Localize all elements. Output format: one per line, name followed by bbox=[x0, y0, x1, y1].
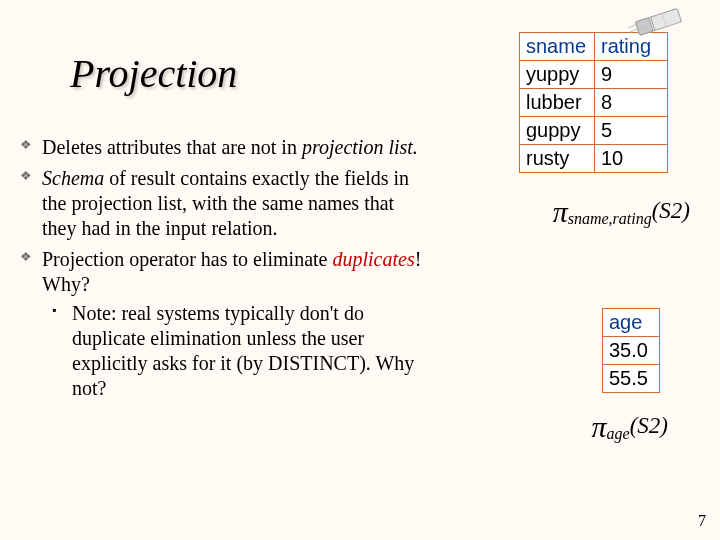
projection-table-sname-rating: sname rating yuppy 9 lubber 8 guppy 5 ru… bbox=[519, 32, 668, 173]
table-header-row: age bbox=[603, 309, 660, 337]
cell: yuppy bbox=[519, 61, 594, 89]
bullet-2: Schema of result contains exactly the fi… bbox=[42, 166, 430, 241]
table-header-row: sname rating bbox=[519, 33, 667, 61]
table-row: rusty 10 bbox=[519, 145, 667, 173]
cell: 9 bbox=[595, 61, 668, 89]
pi-symbol: π bbox=[553, 195, 568, 228]
text: Note: real systems typically don't do du… bbox=[72, 302, 414, 399]
formula-pi-age: πage(S2) bbox=[592, 410, 668, 444]
formula-arg: (S2) bbox=[630, 413, 668, 438]
cell: 55.5 bbox=[603, 365, 660, 393]
slide-title: Projection bbox=[70, 50, 237, 97]
formula-arg: (S2) bbox=[652, 198, 690, 223]
table-row: 55.5 bbox=[603, 365, 660, 393]
text-duplicates: duplicates bbox=[332, 248, 414, 270]
cell: 5 bbox=[595, 117, 668, 145]
formula-pi-sname-rating: πsname,rating(S2) bbox=[553, 195, 690, 229]
projection-table-age: age 35.0 55.5 bbox=[602, 308, 660, 393]
bullet-1: Deletes attributes that are not in proje… bbox=[42, 135, 430, 160]
svg-line-2 bbox=[651, 17, 655, 30]
col-header: age bbox=[603, 309, 660, 337]
table-row: lubber 8 bbox=[519, 89, 667, 117]
cell: rusty bbox=[519, 145, 594, 173]
bullet-3: Projection operator has to eliminate dup… bbox=[42, 247, 430, 401]
table-row: guppy 5 bbox=[519, 117, 667, 145]
pi-symbol: π bbox=[592, 410, 607, 443]
sub-bullet-1: Note: real systems typically don't do du… bbox=[72, 301, 430, 401]
svg-line-3 bbox=[662, 13, 666, 26]
text-italic: projection list. bbox=[302, 136, 418, 158]
cell: 10 bbox=[595, 145, 668, 173]
bullet-list: Deletes attributes that are not in proje… bbox=[20, 135, 430, 401]
svg-line-5 bbox=[628, 22, 642, 28]
cell: lubber bbox=[519, 89, 594, 117]
body-content: Deletes attributes that are not in proje… bbox=[20, 135, 430, 407]
text: Deletes attributes that are not in bbox=[42, 136, 302, 158]
cell: 35.0 bbox=[603, 337, 660, 365]
table-row: 35.0 bbox=[603, 337, 660, 365]
col-header: rating bbox=[595, 33, 668, 61]
text: Projection operator has to eliminate bbox=[42, 248, 332, 270]
cell: guppy bbox=[519, 117, 594, 145]
table-row: yuppy 9 bbox=[519, 61, 667, 89]
formula-subscript: age bbox=[607, 425, 630, 442]
formula-subscript: sname,rating bbox=[568, 210, 652, 227]
slide: Projection Deletes attributes that are n… bbox=[0, 0, 720, 540]
sub-bullet-list: Note: real systems typically don't do du… bbox=[42, 301, 430, 401]
col-header: sname bbox=[519, 33, 594, 61]
text-italic: Schema bbox=[42, 167, 104, 189]
page-number: 7 bbox=[698, 512, 706, 530]
cell: 8 bbox=[595, 89, 668, 117]
